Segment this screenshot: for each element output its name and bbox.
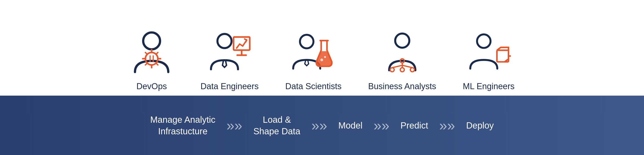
- business-analysts-label: Business Analysts: [368, 82, 436, 91]
- svg-point-20: [395, 34, 409, 48]
- persona-data-scientists: Data Scientists: [285, 29, 342, 91]
- devops-icon: [130, 29, 174, 78]
- business-analysts-icon: [380, 29, 424, 78]
- chevron-1: »»: [226, 118, 242, 132]
- devops-label: DevOps: [136, 82, 167, 91]
- svg-point-18: [320, 59, 323, 61]
- svg-point-19: [324, 56, 326, 58]
- persona-devops: DevOps: [130, 29, 174, 91]
- svg-line-9: [156, 63, 158, 65]
- workflow-step-predict: Predict: [392, 120, 437, 131]
- persona-business-analysts: Business Analysts: [368, 29, 436, 91]
- svg-point-23: [400, 68, 404, 72]
- svg-line-26: [392, 65, 402, 68]
- chevron-3: »»: [374, 118, 389, 132]
- workflow-step-model: Model: [330, 120, 372, 131]
- workflow-step-deploy: Deploy: [457, 120, 503, 131]
- svg-line-8: [146, 63, 147, 65]
- data-engineers-label: Data Engineers: [200, 82, 258, 91]
- svg-point-22: [390, 68, 394, 72]
- workflow-step-model-label: Model: [338, 120, 362, 131]
- svg-point-28: [477, 35, 490, 48]
- persona-data-engineers: Data Engineers: [200, 29, 258, 91]
- svg-point-16: [300, 35, 314, 48]
- persona-ml-engineers: ML Engineers: [463, 29, 514, 91]
- svg-point-24: [410, 68, 414, 72]
- workflow-step-predict-label: Predict: [400, 120, 428, 131]
- workflow-step-manage-label: Manage AnalyticInfrastucture: [150, 114, 216, 137]
- data-scientists-icon: [291, 29, 336, 78]
- chevron-4: »»: [439, 118, 455, 132]
- svg-point-12: [218, 34, 232, 48]
- svg-line-6: [146, 53, 147, 54]
- svg-line-27: [402, 65, 412, 68]
- data-scientists-label: Data Scientists: [285, 82, 342, 91]
- svg-point-0: [143, 33, 160, 49]
- workflow-step-deploy-label: Deploy: [466, 120, 494, 131]
- workflow-step-manage: Manage AnalyticInfrastucture: [142, 114, 224, 137]
- workflow-step-load-label: Load &Shape Data: [253, 114, 300, 137]
- data-engineers-icon: [207, 29, 252, 78]
- workflow-bar: Manage AnalyticInfrastucture »» Load &Sh…: [0, 96, 644, 155]
- personas-section: DevOps Data Engineers: [0, 0, 644, 96]
- svg-line-7: [156, 53, 158, 54]
- chevron-2: »»: [312, 118, 327, 132]
- ml-engineers-icon: [466, 29, 511, 78]
- ml-engineers-label: ML Engineers: [463, 82, 514, 91]
- workflow-step-load: Load &Shape Data: [244, 114, 309, 137]
